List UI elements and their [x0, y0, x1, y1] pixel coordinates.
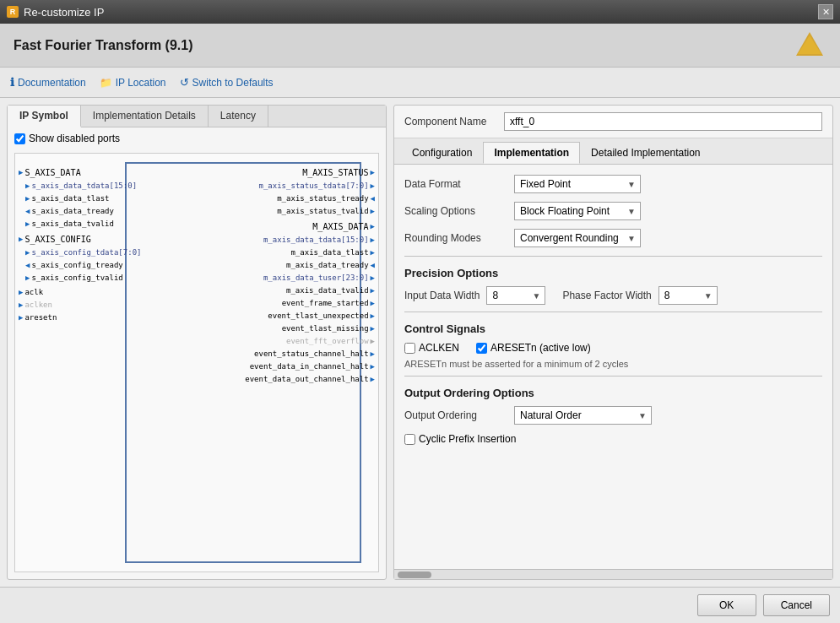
port-arrow-in: ▶: [25, 219, 30, 228]
port-text: event_data_out_channel_halt: [245, 375, 368, 383]
output-ordering-label: Output Ordering: [404, 409, 514, 421]
port-text: s_axis_data_tready: [31, 207, 114, 215]
port-item: ▶ s_axis_data_tvalid: [15, 218, 125, 230]
phase-factor-width-select[interactable]: 8 16 24 32: [658, 286, 718, 305]
right-panel: Component Name Configuration Implementat…: [393, 105, 833, 580]
port-arrow-in: ▶: [19, 235, 23, 243]
port-item: m_axis_status_tvalid ▶: [235, 205, 378, 217]
port-text: aresetn: [24, 313, 57, 322]
port-item: ▶ aclken: [15, 299, 125, 311]
scaling-options-select[interactable]: Block Floating Point Convergent Rounding…: [514, 202, 641, 220]
config-tab-configuration[interactable]: Configuration: [401, 142, 483, 164]
close-button[interactable]: ✕: [818, 4, 833, 19]
port-arrow-out: ▶: [371, 324, 375, 333]
port-item: ▶ aresetn: [15, 312, 125, 323]
port-text: m_axis_data_tlast: [290, 248, 368, 257]
ip-location-label: IP Location: [116, 77, 166, 89]
input-data-width-select-wrapper: 8 16 24 32 ▼: [486, 286, 545, 305]
port-item: m_axis_status_tready ◀: [235, 192, 378, 204]
scrollbar-thumb[interactable]: [398, 572, 431, 578]
port-item: event_frame_started ▶: [235, 297, 378, 309]
cyclic-prefix-checkbox[interactable]: [404, 434, 415, 445]
port-arrow-in: ▶: [19, 301, 23, 309]
cyclic-prefix-label[interactable]: Cyclic Prefix Insertion: [404, 433, 822, 445]
port-arrow-out: ▶: [371, 248, 375, 257]
ok-button[interactable]: OK: [697, 594, 756, 616]
component-name-input[interactable]: [504, 112, 822, 131]
symbol-toolbar: Show disabled ports: [8, 127, 386, 149]
input-data-width-select[interactable]: 8 16 24 32: [486, 286, 545, 305]
tab-latency[interactable]: Latency: [209, 106, 268, 127]
port-arrow-out: ▶: [371, 375, 375, 383]
show-disabled-ports-checkbox[interactable]: [14, 133, 25, 144]
port-item: m_axis_status_tdata[7:0] ▶: [235, 180, 378, 192]
port-arrow-out: ▶: [371, 274, 375, 282]
symbol-canvas: ▶ S_AXIS_DATA ▶ s_axis_data_tdata[15:0] …: [14, 153, 379, 572]
port-arrow-in: ▶: [25, 181, 30, 190]
left-ports-container: ▶ S_AXIS_DATA ▶ s_axis_data_tdata[15:0] …: [15, 162, 125, 563]
svg-marker-1: [798, 35, 821, 54]
config-tab-detailed-implementation[interactable]: Detailed Implementation: [580, 142, 711, 164]
data-format-select[interactable]: Fixed Point Block Floating Point Floatin…: [514, 175, 641, 193]
port-text: m_axis_data_tready: [286, 261, 369, 269]
tab-implementation-details[interactable]: Implementation Details: [81, 106, 209, 127]
input-data-width-field: Input Data Width 8 16 24 32 ▼: [404, 286, 545, 305]
output-ordering-select-wrapper: Natural Order Bit/Digit Reversed Order ▼: [514, 406, 652, 425]
precision-section-title: Precision Options: [404, 267, 822, 279]
port-arrow-out-disabled: ▶: [371, 337, 375, 345]
port-arrow-out: ▶: [371, 168, 375, 176]
diagram-wrapper: ▶ S_AXIS_DATA ▶ s_axis_data_tdata[15:0] …: [15, 154, 378, 572]
port-text: m_axis_data_tdata[15:0]: [263, 236, 369, 244]
port-item: event_tlast_unexpected ▶: [235, 310, 378, 322]
port-arrow-out: ▶: [371, 299, 375, 307]
port-item: event_data_out_channel_halt ▶: [235, 373, 378, 385]
port-text: event_tlast_missing: [282, 324, 369, 333]
component-name-row: Component Name: [394, 106, 832, 138]
port-item: ▶ s_axis_config_tvalid: [15, 272, 125, 284]
documentation-button[interactable]: ℹ Documentation: [10, 76, 86, 89]
port-text: S_AXIS_DATA: [24, 168, 80, 177]
aclken-checkbox-label[interactable]: ACLKEN: [404, 342, 459, 354]
aresetn-checkbox-label[interactable]: ARESETn (active low): [476, 342, 591, 354]
titlebar-left: R Re-customize IP: [7, 6, 104, 19]
horizontal-scrollbar[interactable]: [394, 569, 832, 579]
phase-factor-width-field: Phase Factor Width 8 16 24 32 ▼: [562, 286, 717, 305]
aresetn-checkbox[interactable]: [476, 343, 487, 354]
port-arrow-out: ▶: [371, 222, 375, 230]
ip-location-button[interactable]: 📁 IP Location: [100, 77, 166, 89]
port-arrow-in: ▶: [19, 313, 23, 322]
output-ordering-title: Output Ordering Options: [404, 387, 822, 399]
data-format-select-wrapper: Fixed Point Block Floating Point Floatin…: [514, 175, 641, 193]
content-area: IP Symbol Implementation Details Latency…: [0, 98, 840, 587]
port-item: M_AXIS_STATUS ▶: [235, 165, 378, 179]
cancel-button[interactable]: Cancel: [763, 594, 830, 616]
show-disabled-ports-label[interactable]: Show disabled ports: [14, 133, 120, 144]
switch-to-defaults-button[interactable]: ↺ Switch to Defaults: [180, 76, 274, 89]
port-text: m_axis_status_tready: [277, 194, 368, 203]
rounding-modes-select[interactable]: Convergent Rounding Truncation: [514, 229, 641, 247]
info-icon: ℹ: [10, 76, 14, 89]
output-ordering-select[interactable]: Natural Order Bit/Digit Reversed Order: [514, 406, 652, 425]
port-item: event_tlast_missing ▶: [235, 322, 378, 334]
port-text: m_axis_status_tdata[7:0]: [259, 181, 369, 190]
port-item: m_axis_data_tuser[23:0] ▶: [235, 272, 378, 284]
aclken-checkbox[interactable]: [404, 343, 415, 354]
aresetn-label: ARESETn (active low): [490, 342, 591, 354]
port-text: s_axis_data_tvalid: [31, 219, 114, 228]
config-content: Data Format Fixed Point Block Floating P…: [394, 165, 832, 569]
port-arrow-out: ▶: [371, 181, 375, 190]
port-arrow-in: ▶: [19, 288, 23, 296]
config-tab-implementation[interactable]: Implementation: [483, 142, 580, 164]
input-data-width-label: Input Data Width: [404, 290, 480, 301]
port-arrow-in: ▶: [19, 168, 23, 176]
port-item: m_axis_data_tvalid ▶: [235, 284, 378, 296]
port-text: M_AXIS_STATUS: [302, 168, 368, 177]
config-tabs: Configuration Implementation Detailed Im…: [394, 138, 832, 165]
port-text: m_axis_status_tvalid: [277, 207, 368, 215]
control-signals-divider: [404, 312, 822, 312]
tab-ip-symbol[interactable]: IP Symbol: [8, 106, 81, 127]
control-signals-grid: ACLKEN ARESETn (active low): [404, 342, 822, 354]
folder-icon: 📁: [100, 77, 112, 89]
titlebar-title: Re-customize IP: [24, 6, 104, 19]
output-ordering-divider: [404, 376, 822, 377]
